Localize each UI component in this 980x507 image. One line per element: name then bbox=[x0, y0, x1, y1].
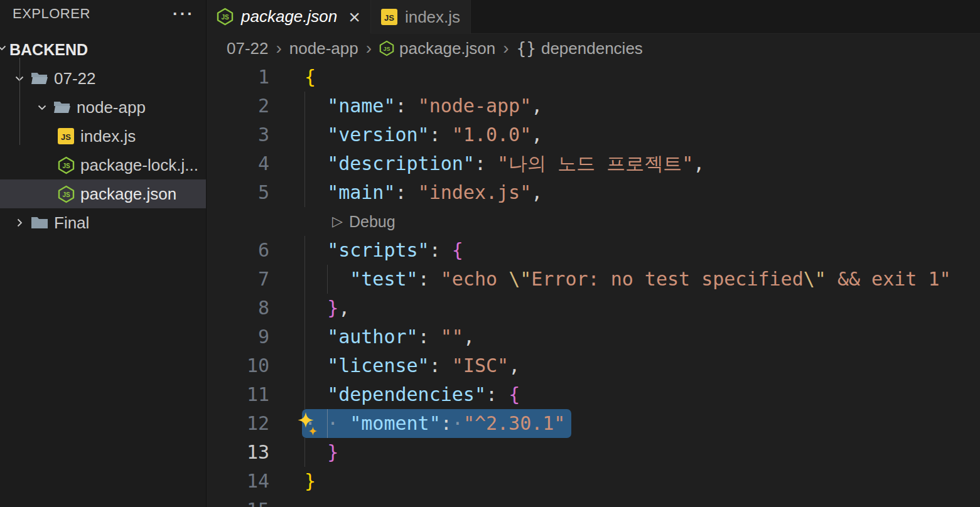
token: "scripts" bbox=[327, 239, 429, 261]
token: · bbox=[452, 412, 463, 434]
token: "version" bbox=[327, 124, 429, 146]
code-line-5[interactable]: 5 "main": "index.js", bbox=[207, 178, 980, 207]
tree-item-index-js[interactable]: JSindex.js bbox=[0, 122, 206, 151]
breadcrumb-label: node-app bbox=[289, 39, 358, 58]
codelens-debug[interactable]: ▷Debug bbox=[207, 207, 980, 236]
token: , bbox=[463, 326, 475, 348]
token: "node-app" bbox=[418, 95, 532, 117]
indent-guide bbox=[304, 236, 305, 265]
node-json-icon: JS bbox=[379, 40, 394, 56]
token: "ISC" bbox=[452, 355, 509, 376]
breadcrumb-item-dependencies[interactable]: {}dependencies bbox=[517, 39, 643, 58]
indent-guide bbox=[304, 92, 305, 120]
token bbox=[304, 441, 327, 463]
close-icon[interactable]: × bbox=[348, 8, 360, 26]
line-content: { bbox=[269, 63, 980, 92]
token: , bbox=[338, 297, 350, 319]
line-content: } bbox=[269, 467, 980, 496]
line-content: "description": "나의 노드 프로젝트", bbox=[269, 149, 980, 178]
line-content: "version": "1.0.0", bbox=[269, 120, 980, 149]
token: , bbox=[693, 152, 704, 174]
tree-item-label: package-lock.j... bbox=[80, 156, 198, 175]
explorer-sidebar: EXPLORER ··· BACKEND 07-22node-appJSinde… bbox=[0, 0, 207, 507]
line-content: "scripts": { bbox=[269, 236, 980, 265]
token: "^2.30.1" bbox=[463, 412, 566, 434]
code-line-6[interactable]: 6 "scripts": { bbox=[207, 236, 980, 265]
line-number: 1 bbox=[207, 63, 269, 92]
code-line-7[interactable]: 7 "test": "echo \"Error: no test specifi… bbox=[207, 265, 980, 294]
token: : bbox=[429, 124, 452, 146]
breadcrumb-separator: › bbox=[365, 38, 373, 58]
js-file-icon: JS bbox=[58, 128, 74, 144]
code-line-13[interactable]: 13 } bbox=[207, 438, 980, 467]
token: { bbox=[452, 239, 463, 261]
token: \" bbox=[804, 268, 826, 290]
line-number: 13 bbox=[207, 438, 269, 467]
line-number: 8 bbox=[207, 294, 269, 323]
line-number: 10 bbox=[207, 351, 269, 380]
line-content: "author": "", bbox=[269, 323, 980, 351]
indent-guide bbox=[304, 149, 305, 178]
token bbox=[304, 181, 327, 203]
code-line-14[interactable]: 14} bbox=[207, 467, 980, 496]
line-number: 9 bbox=[207, 323, 269, 351]
code-line-12[interactable]: 12· · "moment":·"^2.30.1" bbox=[207, 409, 980, 438]
token bbox=[304, 383, 327, 405]
line-number: 6 bbox=[207, 236, 269, 265]
code-line-15[interactable]: 15 bbox=[207, 496, 980, 507]
token: , bbox=[531, 124, 542, 146]
vscode-window: EXPLORER ··· BACKEND 07-22node-appJSinde… bbox=[0, 0, 980, 507]
indent-guide bbox=[304, 265, 305, 294]
code-line-2[interactable]: 2 "name": "node-app", bbox=[207, 92, 980, 120]
token: "나의 노드 프로젝트" bbox=[497, 152, 693, 174]
code-line-9[interactable]: 9 "author": "", bbox=[207, 323, 980, 351]
code-line-3[interactable]: 3 "version": "1.0.0", bbox=[207, 120, 980, 149]
code-line-4[interactable]: 4 "description": "나의 노드 프로젝트", bbox=[207, 149, 980, 178]
breadcrumb: 07-22›node-app›JSpackage.json›{}dependen… bbox=[207, 34, 980, 63]
play-icon: ▷ bbox=[332, 207, 343, 236]
breadcrumb-separator: › bbox=[275, 38, 283, 58]
breadcrumb-separator: › bbox=[502, 38, 510, 58]
svg-text:JS: JS bbox=[61, 132, 71, 142]
token: "license" bbox=[327, 355, 429, 376]
code-line-10[interactable]: 10 "license": "ISC", bbox=[207, 351, 980, 380]
breadcrumb-item-07-22[interactable]: 07-22 bbox=[227, 39, 269, 58]
token: } bbox=[327, 297, 338, 319]
token: "index.js" bbox=[418, 181, 532, 203]
explorer-header: EXPLORER ··· bbox=[0, 0, 206, 28]
line-number: 15 bbox=[207, 496, 269, 507]
line-number: 3 bbox=[207, 120, 269, 149]
code-area: 1{2 "name": "node-app",3 "version": "1.0… bbox=[207, 63, 980, 507]
tab-index-js[interactable]: JSindex.js bbox=[371, 0, 471, 34]
tree-item-node-app[interactable]: node-app bbox=[0, 93, 206, 122]
tree-item-label: 07-22 bbox=[54, 69, 96, 88]
indent-guide bbox=[304, 323, 305, 351]
tree-item-07-22[interactable]: 07-22 bbox=[0, 64, 206, 93]
token: "dependencies" bbox=[327, 383, 486, 405]
tree-item-final[interactable]: Final bbox=[0, 208, 206, 237]
tab-package-json[interactable]: JSpackage.json× bbox=[207, 0, 371, 34]
tree-item-package-json[interactable]: JSpackage.json bbox=[0, 179, 206, 208]
breadcrumb-item-package-json[interactable]: JSpackage.json bbox=[379, 39, 495, 58]
folder-icon bbox=[31, 215, 48, 230]
code-line-11[interactable]: 11 "dependencies": { bbox=[207, 380, 980, 409]
token bbox=[304, 326, 327, 348]
code-line-1[interactable]: 1{ bbox=[207, 63, 980, 92]
node-json-icon: JS bbox=[58, 156, 75, 174]
tab-label: package.json bbox=[241, 7, 337, 26]
workspace-label: BACKEND bbox=[9, 41, 88, 59]
code-line-8[interactable]: 8 }, bbox=[207, 294, 980, 323]
more-actions-icon[interactable]: ··· bbox=[173, 8, 195, 20]
indent-guide bbox=[304, 351, 305, 380]
workspace-root-backend[interactable]: BACKEND bbox=[0, 35, 206, 64]
token: "" bbox=[441, 326, 463, 348]
line-number: 14 bbox=[207, 467, 269, 496]
copilot-sparkle-icon[interactable] bbox=[296, 411, 321, 437]
breadcrumb-item-node-app[interactable]: node-app bbox=[289, 39, 358, 58]
tree-item-label: node-app bbox=[77, 98, 146, 117]
svg-text:JS: JS bbox=[62, 191, 70, 198]
tree-item-package-lock-j-[interactable]: JSpackage-lock.j... bbox=[0, 151, 206, 179]
svg-text:JS: JS bbox=[62, 162, 70, 169]
line-number: 12 bbox=[207, 409, 269, 438]
breadcrumb-label: 07-22 bbox=[227, 39, 269, 58]
